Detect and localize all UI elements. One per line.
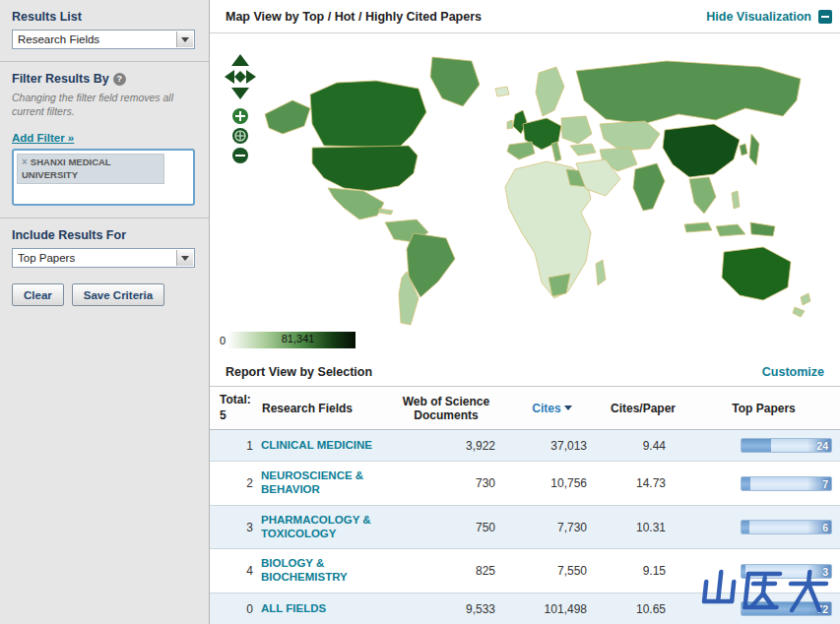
hide-visualization-link[interactable]: Hide Visualization <box>706 10 811 24</box>
col-header-documents[interactable]: Web of Science Documents <box>387 387 505 430</box>
docs-cell: 9,533 <box>387 593 505 624</box>
cites-label: Cites <box>532 402 560 415</box>
sidebar-divider <box>0 218 209 218</box>
legend-min-label: 0 <box>220 335 226 346</box>
cites-per-paper-cell: 10.31 <box>599 505 687 549</box>
field-link[interactable]: NEUROSCIENCE & BEHAVIOR <box>261 469 385 497</box>
field-link[interactable]: ALL FIELDS <box>261 602 326 616</box>
main-panel: Map View by Top / Hot / Highly Cited Pap… <box>210 0 840 624</box>
top-papers-value: 3 <box>822 565 828 579</box>
rank-cell: 0 <box>210 593 259 624</box>
top-papers-value: 72 <box>816 602 828 616</box>
field-link[interactable]: PHARMACOLOGY & TOXICOLOGY <box>261 514 385 541</box>
rank-cell: 4 <box>210 549 259 593</box>
table-header-row: Total: 5 Research Fields Web of Science … <box>210 387 840 430</box>
map-region-asia[interactable] <box>570 61 801 236</box>
sort-desc-icon <box>564 406 572 410</box>
filter-results-heading: Filter Results By? <box>12 72 197 86</box>
col-header-cites[interactable]: Cites <box>505 387 599 430</box>
save-criteria-button[interactable]: Save Criteria <box>72 283 164 306</box>
add-filter-link[interactable]: Add Filter » <box>12 132 74 144</box>
zoom-out-button[interactable] <box>232 148 248 163</box>
chevron-down-icon <box>176 250 193 266</box>
map-legend: 0 81,341 <box>220 332 355 348</box>
rank-cell: 1 <box>210 430 259 462</box>
include-results-heading: Include Results For <box>12 228 197 242</box>
clear-button[interactable]: Clear <box>12 283 64 306</box>
col-header-top-papers[interactable]: Top Papers <box>687 387 840 430</box>
top-papers-bar: 7 <box>741 476 832 491</box>
chevron-down-icon <box>176 31 193 47</box>
total-label: Total: <box>220 393 251 406</box>
docs-cell: 750 <box>387 505 505 549</box>
report-header: Report View by Selection Customize <box>210 358 840 387</box>
legend-gradient-bar: 81,341 <box>227 332 355 348</box>
docs-cell: 3,922 <box>387 430 505 462</box>
pan-left-button[interactable] <box>225 70 234 84</box>
report-title: Report View by Selection <box>226 365 372 379</box>
map-region-south-america[interactable] <box>385 219 455 325</box>
table-row: 3 PHARMACOLOGY & TOXICOLOGY 750 7,730 10… <box>210 505 840 549</box>
total-header: Total: 5 <box>210 387 259 430</box>
table-row: 0 ALL FIELDS 9,533 101,498 10.65 72 <box>210 593 840 624</box>
top-papers-bar: 24 <box>741 438 832 453</box>
filter-item[interactable]: ×SHANXI MEDICAL UNIVERSITY <box>17 154 164 183</box>
top-papers-bar: 72 <box>741 601 832 616</box>
remove-filter-icon[interactable]: × <box>22 156 28 167</box>
top-papers-value: 24 <box>816 439 828 453</box>
table-row: 2 NEUROSCIENCE & BEHAVIOR 730 10,756 14.… <box>210 462 840 506</box>
map-controls <box>224 53 257 167</box>
map-visualization: 0 81,341 <box>210 33 840 358</box>
table-row: 1 CLINICAL MEDICINE 3,922 37,013 9.44 24 <box>210 430 840 462</box>
cites-per-paper-cell: 14.73 <box>599 462 687 506</box>
esi-app: Results List Research Fields Filter Resu… <box>0 0 840 624</box>
map-header: Map View by Top / Hot / Highly Cited Pap… <box>210 0 840 33</box>
map-region-oceania[interactable] <box>722 222 810 317</box>
rank-cell: 3 <box>210 505 259 549</box>
top-papers-value: 7 <box>822 477 828 491</box>
sidebar-divider <box>0 61 209 62</box>
cites-cell: 37,013 <box>505 430 599 462</box>
results-list-select[interactable]: Research Fields <box>12 30 195 49</box>
rank-cell: 2 <box>210 462 259 506</box>
results-list-selected-value: Research Fields <box>18 33 99 45</box>
sidebar-buttons: Clear Save Criteria <box>12 283 197 306</box>
cites-per-paper-cell: 9.15 <box>599 549 687 593</box>
top-papers-bar: 3 <box>741 564 832 579</box>
pan-center-button[interactable] <box>234 71 246 83</box>
filter-list[interactable]: ×SHANXI MEDICAL UNIVERSITY <box>12 149 195 206</box>
map-panel-title: Map View by Top / Hot / Highly Cited Pap… <box>226 10 482 24</box>
top-papers-bar: 6 <box>741 520 832 534</box>
docs-cell: 825 <box>387 549 505 593</box>
customize-link[interactable]: Customize <box>762 365 824 379</box>
total-count: 5 <box>220 408 226 422</box>
zoom-in-button[interactable] <box>232 108 248 124</box>
zoom-world-button[interactable] <box>232 128 248 144</box>
pan-down-button[interactable] <box>231 88 249 99</box>
sidebar: Results List Research Fields Filter Resu… <box>0 0 210 624</box>
hide-visualization-control[interactable]: Hide Visualization <box>706 10 832 24</box>
filter-note: Changing the filter field removes all cu… <box>12 92 189 118</box>
world-map[interactable] <box>253 43 840 331</box>
map-region-north-america[interactable] <box>265 57 480 219</box>
table-row: 4 BIOLOGY & BIOCHEMISTRY 825 7,550 9.15 … <box>210 549 840 593</box>
field-link[interactable]: BIOLOGY & BIOCHEMISTRY <box>261 557 385 585</box>
cites-cell: 101,498 <box>505 593 599 624</box>
help-icon[interactable]: ? <box>113 73 126 86</box>
report-table: Total: 5 Research Fields Web of Science … <box>210 387 840 624</box>
legend-max-label: 81,341 <box>282 333 315 344</box>
include-results-selected-value: Top Papers <box>18 252 75 264</box>
results-list-heading: Results List <box>12 10 197 24</box>
include-results-select[interactable]: Top Papers <box>12 248 195 268</box>
col-header-cites-per-paper[interactable]: Cites/Paper <box>599 387 687 430</box>
field-link[interactable]: CLINICAL MEDICINE <box>261 439 372 453</box>
cites-cell: 7,730 <box>505 505 599 549</box>
docs-cell: 730 <box>387 462 505 506</box>
cites-cell: 10,756 <box>505 462 599 506</box>
pan-up-button[interactable] <box>231 54 249 66</box>
collapse-minus-icon[interactable] <box>818 10 832 24</box>
col-header-research-fields[interactable]: Research Fields <box>259 387 387 430</box>
cites-per-paper-cell: 10.65 <box>599 593 687 624</box>
filter-results-label: Filter Results By <box>12 72 109 86</box>
cites-cell: 7,550 <box>505 549 599 593</box>
